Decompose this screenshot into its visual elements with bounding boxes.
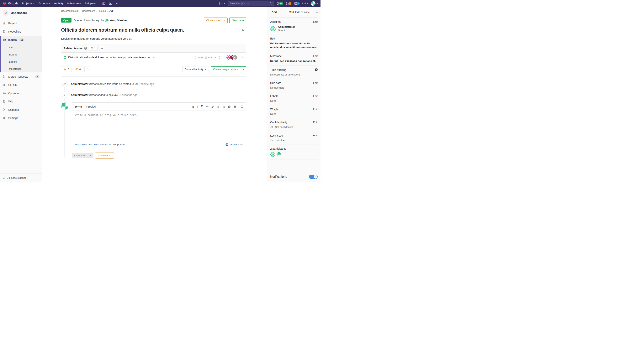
gitlab-logo[interactable]: GitLab xyxy=(2,1,18,6)
sidebar-item-repository[interactable]: Repository xyxy=(0,27,42,36)
activity-author[interactable]: Administrator xyxy=(71,82,89,86)
todo-label: Todo xyxy=(270,10,277,14)
comment-button[interactable]: Comment xyxy=(72,153,88,158)
activity-author[interactable]: Administrator xyxy=(71,94,89,96)
tab-preview[interactable]: Preview xyxy=(86,103,97,110)
sidebar-item-merge-requests[interactable]: Merge Requests 3 xyxy=(0,72,42,81)
create-mr-dropdown[interactable]: ▼ xyxy=(241,67,246,72)
related-issue-title[interactable]: Distinctio aliquid unde dolores quo opti… xyxy=(68,56,151,59)
sidebar-item-snippets[interactable]: Snippets xyxy=(0,106,42,114)
fullscreen-icon[interactable] xyxy=(241,105,243,108)
breadcrumb-group[interactable]: Documentcloud xyxy=(61,10,79,12)
quote-icon[interactable]: ❞ xyxy=(201,106,203,108)
help-menu[interactable]: ? ▼ xyxy=(302,2,308,5)
weight-edit-button[interactable]: Edit xyxy=(313,108,318,110)
navbar-right: + ▼ 10 2 7 ? ▼ ▼ xyxy=(219,1,318,6)
add-emoji-button[interactable]: ☺ xyxy=(85,66,91,72)
code-icon[interactable]: </> xyxy=(206,106,208,108)
menu-activity[interactable]: Activity xyxy=(54,2,64,5)
todos-counter[interactable]: 7 xyxy=(294,2,300,5)
related-milestone: v4.0 xyxy=(195,56,203,59)
close-issue-button[interactable]: Close issue xyxy=(204,18,222,23)
issue-author[interactable]: Yong Steuber xyxy=(110,19,127,22)
link-icon[interactable] xyxy=(211,105,214,108)
participant-avatar[interactable] xyxy=(277,152,281,157)
admin-wrench-icon[interactable] xyxy=(116,2,119,5)
menu-projects[interactable]: Projects▼ xyxy=(22,2,35,5)
activity-ref-link[interactable]: #9 xyxy=(135,82,138,86)
comment-textarea[interactable] xyxy=(72,111,246,140)
sidebar-item-boards[interactable]: Boards xyxy=(1,51,42,58)
confidentiality-edit-button[interactable]: Edit xyxy=(313,121,318,124)
project-context-header[interactable]: U Underscore xyxy=(0,7,42,19)
chevron-down-icon: ▼ xyxy=(224,2,226,4)
lock-edit-button[interactable]: Edit xyxy=(313,134,318,137)
menu-groups[interactable]: Groups▼ xyxy=(39,2,50,5)
collapse-sidebar-button[interactable]: « Collapse sidebar xyxy=(0,174,42,182)
bold-icon[interactable]: B xyxy=(192,105,194,108)
global-search xyxy=(228,1,274,6)
task-list-icon[interactable] xyxy=(228,105,231,108)
issues-counter[interactable]: 10 xyxy=(277,2,283,5)
rocket-icon xyxy=(3,84,6,86)
mark-todo-done-button[interactable]: Mark todo as done xyxy=(287,9,312,15)
navbar-quick-icons xyxy=(102,2,119,5)
sidebar-item-issues[interactable]: Issues 11 xyxy=(1,36,42,44)
chevron-down-icon: ▼ xyxy=(33,2,35,4)
assignee-edit-button[interactable]: Edit xyxy=(313,20,318,23)
close-issue-bottom-button[interactable]: Close issue xyxy=(95,152,114,158)
markdown-help-link[interactable]: Markdown xyxy=(75,143,87,146)
sidebar-item-labels[interactable]: Labels xyxy=(1,58,42,65)
milestone-value[interactable]: Sprint - Aut explicabo non ratione et. xyxy=(270,59,318,63)
breadcrumb-issues[interactable]: Issues xyxy=(99,10,106,12)
labels-edit-button[interactable]: Edit xyxy=(313,94,318,98)
breadcrumb-project[interactable]: Underscore xyxy=(82,10,95,12)
epic-value[interactable]: Est facere labore error sint nulla repel… xyxy=(270,42,318,49)
sidebar-item-list[interactable]: List xyxy=(1,44,42,51)
comment-dropdown[interactable]: ▼ xyxy=(88,153,93,158)
bullet-list-icon[interactable] xyxy=(217,105,220,108)
plus-icon: + xyxy=(219,2,223,5)
due-date-edit-button[interactable]: Edit xyxy=(313,82,318,84)
sidebar-item-milestones[interactable]: Milestones xyxy=(1,65,42,72)
activity-filter-dropdown[interactable]: Show all activity ▼ xyxy=(182,66,209,72)
help-icon[interactable]: ? xyxy=(84,47,87,50)
participant-avatar[interactable] xyxy=(270,152,275,157)
assignee-name[interactable]: Administrator xyxy=(278,26,295,28)
help-icon[interactable]: ? xyxy=(315,68,318,71)
milestone-edit-button[interactable]: Edit xyxy=(313,54,318,58)
activity-ref-link[interactable]: &4 xyxy=(114,94,118,96)
remove-related-issue-button[interactable]: × xyxy=(242,56,244,59)
italic-icon[interactable]: I xyxy=(197,105,198,108)
add-related-issue-button[interactable]: + xyxy=(99,46,105,51)
sidebar-item-cicd[interactable]: CI / CD xyxy=(0,81,42,89)
numbered-list-icon[interactable]: 123 xyxy=(222,105,225,108)
sidebar-item-wiki[interactable]: Wiki xyxy=(0,97,42,106)
edit-issue-button[interactable]: ✎ xyxy=(240,27,246,34)
new-menu-button[interactable]: + ▼ xyxy=(219,2,226,5)
issue-page: Documentcloud›Underscore›Issues›#30 Open… xyxy=(42,7,267,182)
collapse-right-sidebar-button[interactable]: » xyxy=(316,10,318,14)
create-merge-request-button[interactable]: Create merge request xyxy=(211,67,241,72)
quick-actions-help-link[interactable]: quick actions xyxy=(93,143,108,146)
search-input[interactable] xyxy=(230,2,269,5)
close-issue-dropdown[interactable]: ▼ xyxy=(222,18,227,23)
attach-file-button[interactable]: Attach a file xyxy=(225,143,243,146)
lock-value: Unlocked xyxy=(275,139,285,142)
analytics-chart-icon[interactable] xyxy=(109,2,112,5)
markdown-toolbar: B I ❞ </> 123 xyxy=(192,105,243,108)
sidebar-item-operations[interactable]: Operations xyxy=(0,89,42,97)
merge-requests-counter[interactable]: 2 xyxy=(286,2,291,5)
notifications-toggle[interactable]: ✓ xyxy=(309,175,318,179)
menu-snippets[interactable]: Snippets xyxy=(85,2,96,5)
sidebar-item-project[interactable]: Project xyxy=(0,19,42,27)
thumbs-down-button[interactable]: 0 xyxy=(73,66,83,72)
sidebar-item-settings[interactable]: Settings xyxy=(0,114,42,122)
dashboard-gauge-icon[interactable] xyxy=(102,2,105,5)
user-menu[interactable]: ▼ xyxy=(311,1,318,6)
new-issue-button[interactable]: New issue xyxy=(229,18,246,23)
tab-write[interactable]: Write xyxy=(75,103,82,110)
thumbs-up-button[interactable]: 0 xyxy=(61,66,72,72)
table-icon[interactable] xyxy=(234,105,236,108)
menu-milestones[interactable]: Milestones xyxy=(68,2,81,5)
